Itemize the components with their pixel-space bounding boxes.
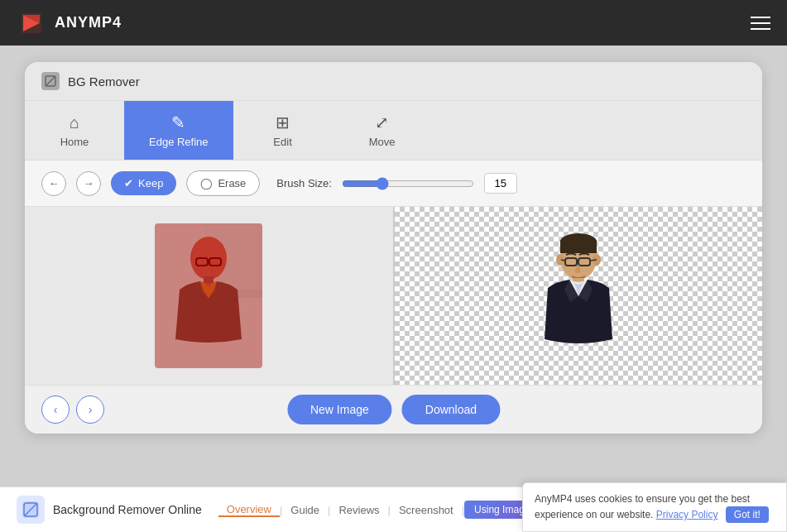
home-icon: ⌂ — [70, 113, 79, 132]
keep-label: Keep — [138, 177, 163, 189]
cookie-accept-button[interactable]: Got it! — [726, 506, 769, 523]
action-center-buttons: New Image Download — [287, 395, 500, 424]
next-button[interactable]: › — [76, 395, 104, 424]
bottom-nav: Background Remover Online Overview | Gui… — [0, 486, 787, 532]
undo-button[interactable]: ← — [41, 171, 66, 196]
processed-person-svg — [525, 223, 632, 368]
logo-icon — [17, 8, 46, 38]
processed-image — [525, 223, 632, 368]
tab-edge-refine[interactable]: ✎ Edge Refine — [124, 101, 233, 160]
cookie-banner: AnyMP4 uses cookies to ensure you get th… — [522, 482, 787, 532]
right-image-panel — [395, 207, 763, 385]
card-title: BG Remover — [68, 74, 140, 89]
erase-button[interactable]: ◯ Erase — [186, 170, 260, 196]
bottom-link-screenshot[interactable]: Screenshot — [391, 504, 462, 516]
new-image-button[interactable]: New Image — [287, 395, 392, 424]
svg-point-9 — [190, 237, 227, 280]
hamburger-menu[interactable] — [751, 17, 770, 30]
keep-button[interactable]: ✔ Keep — [111, 171, 176, 195]
tabs: ⌂ Home ✎ Edge Refine ⊞ Edit ⤢ Move — [25, 101, 762, 161]
bottom-links: Overview | Guide | Reviews | Screenshot … — [218, 501, 545, 519]
card-header: BG Remover — [25, 62, 762, 101]
logo-text: ANYMP4 — [55, 14, 122, 31]
action-bar-inner: ‹ › New Image Download — [41, 395, 746, 424]
bottom-logo: Background Remover Online — [17, 496, 202, 524]
cookie-text: AnyMP4 uses cookies to ensure you get th… — [535, 491, 775, 523]
bg-remover-icon — [45, 75, 56, 87]
svg-rect-16 — [560, 240, 597, 253]
bottom-link-overview[interactable]: Overview — [218, 503, 280, 517]
bottom-app-icon — [22, 501, 40, 519]
image-area — [25, 207, 762, 385]
tab-edit[interactable]: ⊞ Edit — [233, 101, 333, 160]
bottom-logo-icon — [17, 496, 45, 524]
keep-icon: ✔ — [124, 177, 133, 189]
toolbar: ← → ✔ Keep ◯ Erase Brush Size: 15 — [25, 161, 762, 207]
logo-area: ANYMP4 — [17, 8, 122, 38]
privacy-policy-link[interactable]: Privacy Policy — [656, 509, 718, 520]
tab-home[interactable]: ⌂ Home — [25, 101, 124, 160]
svg-line-23 — [590, 260, 597, 261]
svg-line-4 — [46, 76, 55, 86]
svg-line-22 — [561, 260, 565, 261]
redo-button[interactable]: → — [76, 171, 101, 196]
original-person-svg — [155, 223, 262, 368]
left-image-panel — [25, 207, 394, 385]
erase-icon: ◯ — [200, 177, 213, 189]
brush-size-slider[interactable] — [342, 177, 474, 190]
card-header-icon — [41, 72, 60, 90]
header: ANYMP4 — [0, 0, 787, 46]
edge-refine-icon: ✎ — [171, 113, 185, 132]
tab-move[interactable]: ⤢ Move — [333, 101, 432, 160]
download-button[interactable]: Download — [402, 395, 500, 424]
cookie-text-row: AnyMP4 uses cookies to ensure you get th… — [535, 491, 775, 523]
tab-edge-refine-label: Edge Refine — [149, 136, 209, 148]
brush-size-label: Brush Size: — [276, 177, 331, 189]
tab-move-label: Move — [369, 136, 396, 148]
brush-size-value: 15 — [484, 173, 517, 194]
erase-label: Erase — [218, 177, 246, 189]
main-content: BG Remover ⌂ Home ✎ Edge Refine ⊞ Edit ⤢… — [0, 46, 787, 486]
prev-button[interactable]: ‹ — [41, 395, 70, 424]
card: BG Remover ⌂ Home ✎ Edge Refine ⊞ Edit ⤢… — [25, 62, 762, 434]
tab-home-label: Home — [60, 136, 89, 148]
tab-edit-label: Edit — [273, 136, 291, 148]
move-icon: ⤢ — [375, 113, 389, 132]
action-bar: ‹ › New Image Download — [25, 385, 762, 434]
bottom-title: Background Remover Online — [53, 503, 202, 516]
original-image — [155, 223, 262, 368]
edit-icon: ⊞ — [276, 113, 290, 132]
bottom-link-guide[interactable]: Guide — [282, 504, 328, 516]
navigation-buttons: ‹ › — [41, 395, 104, 424]
bottom-link-reviews[interactable]: Reviews — [330, 504, 387, 516]
cookie-message: AnyMP4 uses cookies to ensure you get th… — [535, 493, 750, 520]
